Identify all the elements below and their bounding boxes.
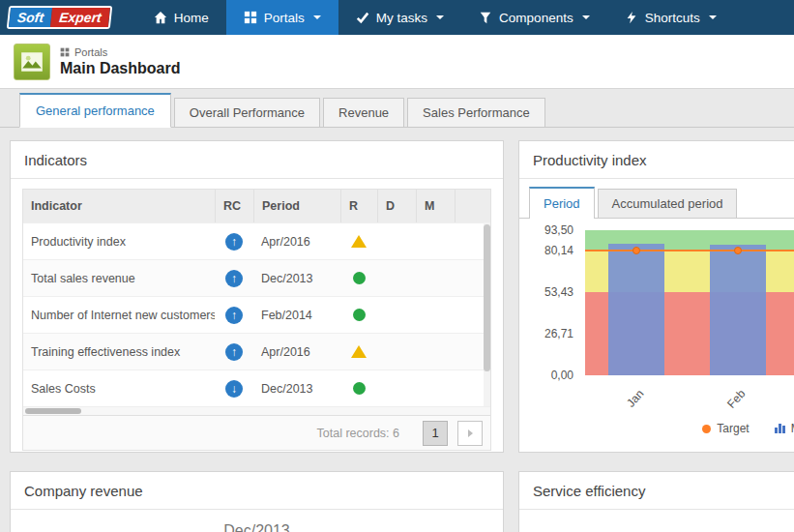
legend-measurement-label: Measu... — [791, 422, 794, 435]
bar-chart-icon — [775, 424, 785, 433]
tab-accumulated-period[interactable]: Accumulated period — [598, 189, 738, 218]
status-ok-icon — [353, 382, 366, 395]
table-row[interactable]: Productivity index ↑ Apr/2016 — [23, 222, 490, 259]
indicator-name: Number of Internet new customers — [23, 309, 215, 322]
chevron-down-icon — [313, 15, 321, 19]
status-ok-icon — [353, 309, 366, 321]
indicator-name: Total sales revenue — [23, 272, 215, 285]
vertical-scrollbar[interactable] — [484, 222, 490, 406]
chart-legend: Target Measu... — [585, 422, 794, 435]
company-revenue-card: Company revenue Dec/2013 — [10, 471, 504, 532]
indicators-card-title: Indicators — [11, 141, 503, 179]
chevron-right-icon — [468, 429, 473, 437]
trend-up-icon: ↑ — [225, 233, 243, 251]
trend-up-icon: ↑ — [225, 270, 243, 287]
tab-period[interactable]: Period — [529, 187, 595, 219]
nav-components[interactable]: Components — [461, 0, 607, 35]
indicator-name: Training effectiveness index — [23, 345, 215, 359]
legend-target[interactable]: Target — [702, 422, 749, 435]
y-axis-label: 26,71 — [544, 327, 573, 340]
portals-mini-icon — [60, 47, 70, 57]
indicators-card: Indicators Indicator RC Period R D M Pro… — [10, 140, 504, 453]
target-point — [632, 247, 640, 254]
target-point — [734, 247, 742, 254]
my-tasks-icon — [356, 11, 369, 24]
chart-y-axis: 0,0026,7153,4380,1493,50 — [529, 230, 577, 375]
status-warning-icon — [351, 235, 367, 248]
portals-icon — [244, 11, 257, 24]
legend-measurement[interactable]: Measu... — [775, 422, 794, 435]
nav-home-label: Home — [174, 11, 209, 25]
top-navigation: SoftExpert Home Portals My tasks Compone… — [0, 0, 794, 35]
nav-portals[interactable]: Portals — [226, 0, 338, 35]
table-row[interactable]: Training effectiveness index ↑ Apr/2016 — [23, 333, 490, 369]
app-window: SoftExpert Home Portals My tasks Compone… — [0, 0, 794, 532]
y-axis-label: 0,00 — [551, 369, 573, 382]
dashboard-tabbar: General performance Overall Performance … — [0, 95, 794, 128]
y-axis-label: 80,14 — [544, 244, 573, 257]
horizontal-scrollbar[interactable] — [23, 406, 490, 415]
table-row[interactable]: Number of Internet new customers ↑ Feb/2… — [23, 296, 490, 333]
nav-my-tasks-label: My tasks — [376, 11, 427, 25]
y-axis-label: 93,50 — [544, 223, 573, 237]
trend-down-icon: ↓ — [225, 380, 243, 398]
indicators-table-header: Indicator RC Period R D M — [23, 190, 490, 222]
breadcrumb[interactable]: Portals — [60, 46, 180, 58]
dashboard-icon — [14, 44, 50, 80]
service-efficiency-card: Service efficiency — [518, 471, 794, 532]
indicator-period: Dec/2013 — [253, 272, 340, 285]
chart-x-axis: JanFeb — [585, 379, 794, 416]
chevron-down-icon — [709, 15, 717, 19]
softexpert-logo[interactable]: SoftExpert — [7, 6, 112, 29]
col-indicator: Indicator — [23, 190, 215, 222]
vertical-scrollbar-thumb[interactable] — [484, 224, 490, 371]
page-header: Portals Main Dashboard — [0, 35, 794, 89]
indicator-period: Apr/2016 — [253, 235, 340, 249]
components-icon — [479, 11, 492, 24]
service-efficiency-title: Service efficiency — [519, 472, 794, 510]
productivity-chart-plot — [585, 230, 794, 375]
productivity-tabbar: Period Accumulated period — [519, 179, 794, 219]
tab-sales-performance[interactable]: Sales Performance — [407, 98, 545, 127]
logo-expert: Expert — [50, 8, 110, 27]
page-1-button[interactable]: 1 — [423, 421, 448, 446]
status-ok-icon — [353, 272, 366, 284]
trend-up-icon: ↑ — [225, 307, 243, 324]
col-rc: RC — [215, 190, 253, 222]
tab-overall-performance[interactable]: Overall Performance — [174, 98, 320, 127]
col-d: D — [377, 190, 416, 222]
nav-components-label: Components — [499, 11, 573, 25]
total-records-label: Total records: 6 — [317, 427, 399, 440]
nav-shortcuts-label: Shortcuts — [645, 11, 700, 25]
table-row[interactable]: Sales Costs ↓ Dec/2013 — [23, 369, 490, 406]
indicator-name: Productivity index — [23, 235, 215, 249]
indicator-period: Feb/2014 — [253, 309, 340, 322]
indicator-period: Apr/2016 — [253, 345, 340, 359]
nav-my-tasks[interactable]: My tasks — [338, 0, 461, 35]
productivity-chart: 0,0026,7153,4380,1493,50 JanFeb Target M… — [529, 230, 794, 455]
horizontal-scrollbar-thumb[interactable] — [25, 408, 81, 414]
tab-general-performance[interactable]: General performance — [19, 93, 171, 128]
table-row[interactable]: Total sales revenue ↑ Dec/2013 — [23, 259, 490, 296]
status-warning-icon — [351, 345, 367, 358]
target-line — [585, 250, 794, 251]
next-page-button[interactable] — [457, 421, 483, 446]
measurement-bar[interactable] — [608, 244, 664, 375]
chevron-down-icon — [582, 15, 590, 19]
x-axis-label: Jan — [610, 387, 646, 425]
col-period: Period — [253, 190, 340, 222]
indicator-name: Sales Costs — [23, 382, 215, 396]
nav-shortcuts[interactable]: Shortcuts — [607, 0, 734, 35]
indicators-table: Indicator RC Period R D M Productivity i… — [22, 189, 491, 451]
page-title: Main Dashboard — [60, 60, 180, 77]
target-marker-icon — [702, 425, 711, 433]
nav-home[interactable]: Home — [136, 0, 226, 35]
logo-soft: Soft — [9, 8, 52, 27]
measurement-bar[interactable] — [710, 245, 766, 375]
col-r: R — [340, 190, 377, 222]
nav-portals-label: Portals — [264, 11, 305, 25]
company-revenue-period: Dec/2013 — [11, 522, 503, 532]
tab-revenue[interactable]: Revenue — [323, 98, 404, 127]
indicator-period: Dec/2013 — [253, 382, 340, 396]
trend-up-icon: ↑ — [225, 343, 243, 361]
